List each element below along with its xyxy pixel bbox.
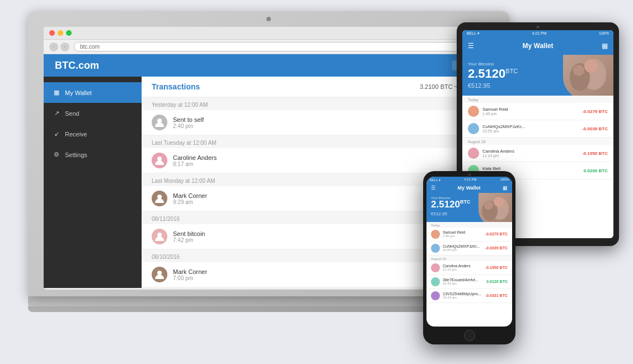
tx-time: 10:43 am bbox=[443, 296, 482, 299]
url-bar[interactable]: btc.com bbox=[74, 42, 488, 51]
phone-tx-item[interactable]: Samuel Reid 1:46 pm -0.0279 BTC bbox=[426, 228, 512, 242]
phone-home-button[interactable] bbox=[464, 330, 475, 341]
tablet-btc-amount: 2.5120BTC bbox=[468, 68, 608, 80]
phone-body: BELL ▾ 4:21 PM 100% ☰ My Wallet ▦ bbox=[423, 171, 515, 344]
phone-btc-amount: 2.5120BTC bbox=[431, 200, 508, 210]
tablet-aug28-label: August 28 bbox=[462, 138, 613, 145]
phone-time: 4:21 PM bbox=[464, 178, 476, 182]
avatar bbox=[431, 244, 440, 253]
tx-name: Caroline Anders bbox=[173, 154, 484, 161]
tablet-today-label: Today bbox=[462, 96, 613, 103]
tx-name: Sent to self bbox=[173, 116, 484, 123]
tx-time: 10:55 am bbox=[443, 248, 482, 252]
tx-name: Carolina Anders bbox=[443, 264, 482, 268]
avatar bbox=[152, 153, 167, 168]
phone-status-bar: BELL ▾ 4:21 PM 100% bbox=[426, 177, 512, 183]
sidebar-label-wallet: My Wallet bbox=[65, 89, 92, 96]
tablet-battery: 100% bbox=[599, 31, 609, 36]
tx-info: CuNHQs2MXPJzKr... 10:55 am bbox=[482, 124, 579, 133]
sidebar-item-settings[interactable]: ⚙ Settings bbox=[44, 144, 142, 165]
avatar bbox=[152, 115, 167, 130]
tablet-camera bbox=[537, 26, 540, 29]
tablet-tx-list: Today Samuel Reid 1:46 pm -0.0279 BTC bbox=[462, 96, 613, 179]
avatar bbox=[468, 123, 479, 134]
phone-eur-amount: €512.95 bbox=[431, 211, 508, 216]
sidebar-item-send[interactable]: ↗ Send bbox=[44, 103, 142, 124]
sidebar-item-my-wallet[interactable]: ▦ My Wallet bbox=[44, 82, 142, 103]
forward-button[interactable]: › bbox=[60, 42, 69, 51]
tx-amount: -0.0039 BTC bbox=[485, 246, 508, 250]
date-label-yesterday: Yesterday at 12:00 AM bbox=[142, 97, 494, 110]
phone-menu-icon[interactable]: ☰ bbox=[431, 185, 435, 191]
avatar bbox=[468, 106, 479, 117]
svg-point-0 bbox=[157, 119, 162, 123]
tx-info: CuNHQs2MXPJzKr... 10:55 am bbox=[443, 244, 482, 252]
phone-app-header: ☰ My Wallet ▦ bbox=[426, 183, 512, 193]
tx-amount: -0.0279 BTC bbox=[485, 232, 508, 236]
sidebar-label-send: Send bbox=[65, 110, 79, 117]
tx-info: Sent to self 2:40 pm bbox=[173, 116, 484, 129]
maximize-window-btn[interactable] bbox=[66, 30, 72, 36]
tablet-qr-icon[interactable]: ▦ bbox=[602, 42, 608, 50]
tablet-tx-item[interactable]: CuNHQs2MXPJzKr... 10:55 am -0.0039 BTC bbox=[462, 120, 613, 138]
tx-name: Samuel Reid bbox=[482, 107, 579, 112]
sidebar-item-receive[interactable]: ↙ Receive bbox=[44, 124, 142, 144]
tx-name: CuNHQs2MXPJzKr... bbox=[443, 244, 482, 248]
transaction-group-yesterday: Yesterday at 12:00 AM Sent to self 2:40 … bbox=[142, 97, 494, 135]
phone-title: My Wallet bbox=[435, 185, 503, 191]
tx-name: Samuel Reid bbox=[443, 230, 482, 234]
app-header: BTC.com Logout bbox=[44, 54, 494, 77]
scene: ‹ › btc.com BTC.com Logout bbox=[0, 0, 633, 364]
avatar bbox=[431, 291, 440, 300]
tx-name: Kate Bell bbox=[482, 166, 580, 171]
back-button[interactable]: ‹ bbox=[49, 42, 58, 51]
tablet-wallet-title: My Wallet bbox=[523, 42, 554, 50]
tx-info: Caroline Anders 8:17 am bbox=[173, 154, 484, 167]
tablet-tx-item[interactable]: Samuel Reid 1:46 pm -0.0279 BTC bbox=[462, 103, 613, 120]
browser-nav: ‹ › bbox=[49, 42, 69, 51]
transaction-item[interactable]: Sent to self 2:40 pm bbox=[142, 110, 494, 135]
send-icon: ↗ bbox=[53, 110, 60, 117]
tx-amount: 0.0200 BTC bbox=[584, 168, 608, 173]
tx-name: 13VG254d6MpUpnc... bbox=[443, 292, 482, 296]
phone-qr-icon[interactable]: ▦ bbox=[503, 185, 508, 191]
avatar bbox=[152, 191, 167, 206]
phone-tx-item[interactable]: 13VG254d6MpUpnc... 10:43 am -0.0331 BTC bbox=[426, 289, 512, 303]
tx-time: 8:17 am bbox=[173, 161, 484, 167]
tx-info: 38e7Exuard/Amfvt... 10:43 am bbox=[443, 278, 484, 285]
tx-info: Carolina Anders 11:14 pm bbox=[443, 264, 482, 271]
laptop-camera bbox=[266, 17, 271, 21]
receive-icon: ↙ bbox=[53, 130, 60, 138]
app-logo: BTC.com bbox=[55, 60, 99, 72]
phone: BELL ▾ 4:21 PM 100% ☰ My Wallet ▦ bbox=[423, 171, 515, 344]
tx-time: 10:55 am bbox=[482, 129, 579, 133]
tablet-status-bar: BELL ▾ 4:21 PM 100% bbox=[462, 30, 613, 37]
tablet-eur-amount: €512.95 bbox=[468, 82, 608, 89]
minimize-window-btn[interactable] bbox=[58, 30, 63, 36]
avatar bbox=[468, 148, 479, 159]
close-window-btn[interactable] bbox=[49, 30, 55, 36]
settings-icon: ⚙ bbox=[53, 151, 60, 158]
tx-time: 1:46 pm bbox=[482, 112, 579, 116]
tx-time: 11:14 pm bbox=[482, 154, 579, 158]
tx-time: 11:14 pm bbox=[443, 268, 482, 271]
phone-tx-item[interactable]: Carolina Anders 11:14 pm -0.1950 BTC bbox=[426, 261, 512, 275]
tablet-tx-item[interactable]: Carolina Anders 11:14 pm -0.1950 BTC bbox=[462, 145, 613, 162]
tablet-menu-icon[interactable]: ☰ bbox=[468, 42, 474, 50]
phone-aug28-label: August 28 bbox=[426, 256, 512, 261]
avatar bbox=[431, 277, 440, 286]
tablet-your-bitcoins-label: Your Bitcoins bbox=[468, 62, 608, 67]
tx-amount: -0.0039 BTC bbox=[582, 126, 608, 131]
avatar bbox=[152, 229, 167, 244]
traffic-lights bbox=[44, 27, 494, 40]
phone-tx-item[interactable]: 38e7Exuard/Amfvt... 10:43 am 0.0120 BTC bbox=[426, 275, 512, 289]
tablet-app-header: ☰ My Wallet ▦ bbox=[462, 37, 613, 55]
tablet-hero: Your Bitcoins 2.5120BTC €512.95 bbox=[462, 55, 613, 96]
transaction-item[interactable]: Caroline Anders 8:17 am bbox=[142, 148, 494, 173]
tx-amount: -0.1950 BTC bbox=[485, 266, 508, 270]
phone-tx-item[interactable]: CuNHQs2MXPJzKr... 10:55 am -0.0039 BTC bbox=[426, 242, 512, 256]
phone-battery: 100% bbox=[500, 178, 509, 182]
phone-camera bbox=[468, 173, 471, 176]
tx-info: 13VG254d6MpUpnc... 10:43 am bbox=[443, 292, 482, 299]
sidebar-label-receive: Receive bbox=[65, 131, 87, 138]
